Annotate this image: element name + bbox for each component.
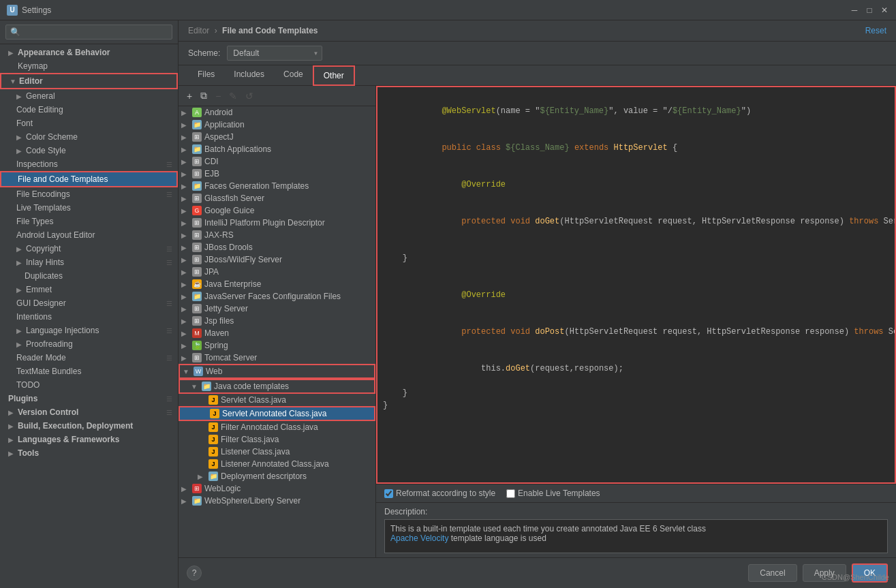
sidebar-item-file-types[interactable]: File Types (0, 215, 178, 228)
tree-item-deployment[interactable]: ▶ 📁 Deployment descriptors (179, 470, 375, 482)
sidebar-item-intentions[interactable]: Intentions (0, 310, 178, 324)
sidebar-item-todo[interactable]: TODO (0, 378, 178, 392)
sidebar-item-duplicates[interactable]: Duplicates (0, 269, 178, 283)
reset-link[interactable]: Reset (865, 26, 886, 35)
copy-template-button[interactable]: ⧉ (198, 89, 210, 103)
sidebar-item-inspections[interactable]: Inspections ☰ (0, 157, 178, 171)
tree-item-faces-gen[interactable]: ▶ 📁 Faces Generation Templates (179, 180, 375, 192)
tree-item-spring[interactable]: ▶ 🍃 Spring (179, 339, 375, 352)
tab-includes[interactable]: Includes (224, 65, 274, 86)
add-template-button[interactable]: + (184, 89, 195, 103)
sidebar-item-color-scheme[interactable]: ▶ Color Scheme (0, 130, 178, 144)
tree-item-maven[interactable]: ▶ M Maven (179, 327, 375, 339)
tree-item-websphere[interactable]: ▶ 📁 WebSphere/Liberty Server (179, 495, 375, 507)
tree-item-servlet-annotated-class[interactable]: J Servlet Annotated Class.java (179, 406, 375, 421)
minimize-button[interactable]: ─ (850, 5, 859, 15)
search-input[interactable] (5, 25, 172, 40)
tree-item-android[interactable]: ▶ A Android (179, 106, 375, 119)
sidebar-item-gui-designer[interactable]: GUI Designer ☰ (0, 296, 178, 310)
item-label: CDI (204, 157, 219, 166)
tree-item-application[interactable]: ▶ 📁 Application (179, 119, 375, 131)
tree-item-jsp[interactable]: ▶ ⊞ Jsp files (179, 315, 375, 327)
apply-button[interactable]: Apply (803, 564, 846, 582)
sidebar-item-keymap[interactable]: Keymap (0, 59, 178, 73)
scheme-select[interactable]: Default Project (227, 46, 322, 61)
tab-code[interactable]: Code (274, 65, 313, 86)
sidebar-item-build[interactable]: ▶ Build, Execution, Deployment (0, 419, 178, 433)
expand-arrow: ▶ (16, 259, 23, 266)
tree-item-web[interactable]: ▼ W Web (179, 364, 375, 379)
tree-item-java-code-templates[interactable]: ▼ 📁 Java code templates (179, 379, 375, 394)
reformat-checkbox[interactable] (384, 489, 393, 498)
tree-item-cdi[interactable]: ▶ ⊞ CDI (179, 155, 375, 168)
description-box: This is a built-in template used each ti… (384, 519, 888, 553)
remove-template-button[interactable]: − (213, 89, 223, 103)
sidebar-item-live-templates[interactable]: Live Templates (0, 201, 178, 215)
sidebar-item-tools[interactable]: ▶ Tools (0, 446, 178, 460)
tree-item-jpa[interactable]: ▶ ⊞ JPA (179, 266, 375, 278)
help-button[interactable]: ? (187, 566, 202, 581)
code-line: } (383, 387, 889, 399)
tab-other[interactable]: Other (313, 65, 355, 86)
reset-template-button[interactable]: ↺ (243, 89, 256, 103)
java-icon: J (208, 459, 218, 469)
sidebar-item-label: Font (16, 119, 33, 128)
ok-button[interactable]: OK (852, 563, 888, 583)
sidebar-item-plugins[interactable]: Plugins ☰ (0, 392, 178, 405)
sidebar-item-reader-mode[interactable]: Reader Mode ☰ (0, 351, 178, 365)
generic-icon: ⊞ (192, 304, 202, 313)
tree-item-intellij-plugin[interactable]: ▶ ⊞ IntelliJ Platform Plugin Descriptor (179, 217, 375, 229)
sidebar-item-code-style[interactable]: ▶ Code Style (0, 144, 178, 157)
tree-item-ejb[interactable]: ▶ ⊞ EJB (179, 168, 375, 180)
tree-item-glassfish[interactable]: ▶ ⊞ Glassfish Server (179, 192, 375, 204)
sidebar-item-file-code-templates[interactable]: File and Code Templates (0, 171, 178, 187)
sidebar-item-language-injections[interactable]: ▶ Language Injections ☰ (0, 324, 178, 337)
sidebar-item-copyright[interactable]: ▶ Copyright ☰ (0, 242, 178, 256)
tree-item-weblogic[interactable]: ▶ ⊞ WebLogic (179, 482, 375, 495)
apache-velocity-link[interactable]: Apache Velocity (390, 533, 448, 543)
tree-item-listener-class[interactable]: J Listener Class.java (179, 446, 375, 458)
tree-item-filter-class[interactable]: J Filter Class.java (179, 433, 375, 446)
item-label: JavaServer Faces Configuration Files (204, 292, 341, 301)
sidebar-item-proofreading[interactable]: ▶ Proofreading (0, 337, 178, 351)
tree-item-tomcat[interactable]: ▶ ⊞ Tomcat Server (179, 352, 375, 364)
tree-item-jaxrs[interactable]: ▶ ⊞ JAX-RS (179, 229, 375, 241)
expand-arrow: ▶ (16, 286, 23, 294)
live-templates-checkbox-label[interactable]: Enable Live Templates (506, 489, 600, 498)
reformat-checkbox-label[interactable]: Reformat according to style (384, 489, 495, 498)
tree-item-jsf-config[interactable]: ▶ 📁 JavaServer Faces Configuration Files (179, 290, 375, 303)
tree-item-servlet-class[interactable]: J Servlet Class.java (179, 394, 375, 406)
sidebar-item-textmate[interactable]: TextMate Bundles (0, 365, 178, 378)
close-button[interactable]: ✕ (880, 5, 889, 15)
sidebar-item-inlay-hints[interactable]: ▶ Inlay Hints ☰ (0, 256, 178, 269)
expand-arrow: ▼ (10, 78, 16, 85)
sidebar-item-file-encodings[interactable]: File Encodings ☰ (0, 187, 178, 201)
sidebar-item-languages[interactable]: ▶ Languages & Frameworks (0, 433, 178, 446)
tab-files[interactable]: Files (188, 65, 224, 86)
sidebar-item-font[interactable]: Font (0, 117, 178, 130)
sidebar-item-label: TextMate Bundles (16, 367, 81, 376)
tree-item-jboss-drools[interactable]: ▶ ⊞ JBoss Drools (179, 241, 375, 253)
rename-template-button[interactable]: ✎ (226, 89, 240, 103)
tree-item-filter-annotated[interactable]: J Filter Annotated Class.java (179, 421, 375, 433)
tree-item-jboss-wildfly[interactable]: ▶ ⊞ JBoss/WildFly Server (179, 253, 375, 266)
tree-item-guice[interactable]: ▶ G Google Guice (179, 204, 375, 217)
sidebar-item-version-control[interactable]: ▶ Version Control ☰ (0, 405, 178, 419)
maximize-button[interactable]: □ (865, 5, 874, 15)
java-icon: J (210, 409, 219, 418)
sidebar-item-general[interactable]: ▶ General (0, 89, 178, 103)
tree-item-listener-annotated[interactable]: J Listener Annotated Class.java (179, 458, 375, 470)
code-editor[interactable]: @WebServlet(name = "${Entity_Name}", val… (376, 86, 896, 484)
tree-item-java-enterprise[interactable]: ▶ ☕ Java Enterprise (179, 278, 375, 290)
sidebar-item-appearance[interactable]: ▶ Appearance & Behavior (0, 46, 178, 59)
sidebar-item-editor[interactable]: ▼ Editor (0, 73, 178, 89)
tree-item-jetty[interactable]: ▶ ⊞ Jetty Server (179, 303, 375, 315)
cancel-button[interactable]: Cancel (748, 564, 797, 582)
sidebar-item-emmet[interactable]: ▶ Emmet (0, 283, 178, 296)
live-templates-checkbox[interactable] (506, 489, 515, 498)
tree-item-batch[interactable]: ▶ 📁 Batch Applications (179, 143, 375, 155)
sidebar-item-android-layout[interactable]: Android Layout Editor (0, 228, 178, 242)
tree-item-aspectj[interactable]: ▶ ⊞ AspectJ (179, 131, 375, 143)
sidebar-item-code-editing[interactable]: Code Editing (0, 103, 178, 117)
item-label: Batch Applications (204, 144, 271, 154)
